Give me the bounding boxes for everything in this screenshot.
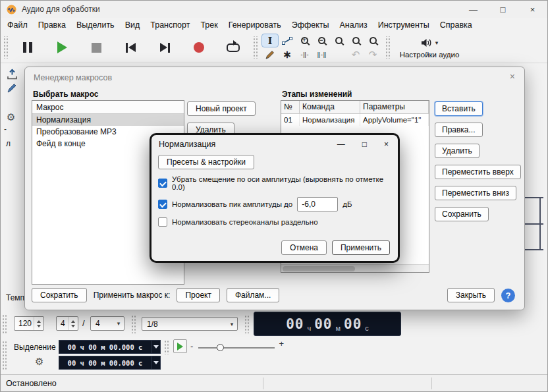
skip-to-end-icon [160, 43, 170, 53]
menu-item-help[interactable]: Справка [435, 20, 478, 30]
move-up-button[interactable]: Переместить вверх [435, 165, 521, 179]
shrink-button[interactable]: Сократить [32, 288, 87, 302]
close-dialog-button[interactable]: Закрыть [447, 288, 495, 302]
loop-button[interactable] [220, 35, 246, 60]
play-button[interactable] [49, 35, 75, 60]
move-down-button[interactable]: Переместить вниз [435, 186, 516, 200]
stop-button[interactable] [83, 35, 109, 60]
toolbar-grip[interactable] [2, 314, 7, 334]
toolbar-grip[interactable] [131, 315, 136, 333]
steps-col-command[interactable]: Команда [300, 101, 360, 113]
silence-audio-button[interactable]: -‖- [296, 48, 312, 61]
slider-track[interactable] [198, 347, 275, 349]
menu-item-file[interactable]: Файл [2, 20, 33, 30]
menu-item-view[interactable]: Вид [120, 20, 146, 30]
apply-to-files-button[interactable]: Файлам... [227, 288, 279, 302]
slider-thumb[interactable] [217, 344, 224, 351]
toolbar-grip[interactable] [244, 315, 249, 333]
time-display[interactable]: 00 ч 00 м 00 с [254, 312, 401, 336]
steps-col-params[interactable]: Параметры [360, 101, 429, 113]
audio-settings-button[interactable]: ▾ Настройки аудио [395, 36, 464, 59]
toolbar-grip[interactable] [385, 36, 390, 59]
selection-settings-gear-icon[interactable]: ⚙ [35, 356, 43, 368]
cancel-button[interactable]: Отмена [281, 240, 327, 255]
record-button[interactable] [186, 35, 212, 60]
steps-row[interactable]: 01 Нормализация ApplyVolume="1" [281, 114, 429, 126]
tempo-spinner[interactable]: 120 [14, 316, 44, 331]
spin-arrows-icon[interactable] [68, 317, 78, 330]
menu-item-generate[interactable]: Генерировать [223, 20, 287, 30]
scrollbar-thumb[interactable] [283, 266, 355, 271]
toolbar-grip[interactable] [253, 36, 258, 59]
import-icon[interactable] [7, 69, 18, 82]
redo-icon: ↷ [369, 49, 377, 61]
new-macro-button[interactable]: Новый проект [187, 101, 256, 116]
peak-db-input[interactable] [297, 197, 338, 211]
steps-horizontal-scrollbar[interactable] [281, 264, 429, 272]
redo-button[interactable]: ↷ [365, 48, 381, 61]
maximize-button[interactable]: □ [362, 140, 367, 149]
dc-offset-checkbox[interactable] [158, 179, 167, 188]
maximize-button[interactable]: □ [488, 1, 518, 18]
envelope-tool-button[interactable] [279, 34, 295, 47]
draw-tool-button[interactable] [262, 48, 278, 61]
play-speed-slider[interactable]: - + [190, 338, 284, 355]
zoom-in-button[interactable]: + [296, 34, 312, 47]
macro-list-item[interactable]: Нормализация [32, 114, 184, 126]
menu-item-select[interactable]: Выделить [71, 20, 120, 30]
trim-audio-button[interactable]: ‖-‖ [314, 48, 329, 61]
toolbar-grip[interactable] [2, 341, 7, 370]
slider-plus-label: + [279, 339, 284, 349]
close-button[interactable]: × [384, 140, 389, 149]
zoom-toggle-button[interactable] [365, 34, 381, 47]
macro-list-header[interactable]: Макрос [32, 101, 184, 114]
minimize-button[interactable]: — [458, 1, 488, 18]
skip-to-start-button[interactable] [117, 35, 144, 60]
save-button[interactable]: Сохранить [435, 207, 489, 221]
close-button[interactable]: × [518, 1, 547, 18]
dropdown-arrow-icon[interactable] [151, 341, 160, 353]
draw-fragment-icon[interactable] [7, 83, 17, 96]
help-button[interactable]: ? [501, 289, 515, 302]
spin-arrows-icon[interactable] [34, 317, 43, 330]
zoom-selection-button[interactable] [331, 34, 346, 47]
apply-button[interactable]: Применить [332, 240, 390, 255]
dialog-close-icon[interactable]: × [510, 71, 515, 82]
play-at-speed-button[interactable] [173, 339, 187, 353]
menu-item-effects[interactable]: Эффекты [287, 20, 335, 30]
menu-item-edit[interactable]: Правка [33, 20, 71, 30]
zoom-out-button[interactable]: − [314, 34, 329, 47]
edit-step-button[interactable]: Правка... [435, 123, 483, 137]
undo-button[interactable]: ↶ [348, 48, 364, 61]
zoom-fit-button[interactable] [348, 34, 364, 47]
chevron-down-icon: ▾ [113, 320, 124, 327]
gear-icon[interactable]: ⚙ [7, 111, 15, 123]
skip-to-end-button[interactable] [151, 35, 178, 60]
pause-button[interactable] [14, 35, 41, 60]
insert-step-button[interactable]: Вставить [435, 101, 483, 116]
ibeam-icon: I [268, 36, 273, 46]
peak-amplitude-checkbox[interactable] [158, 200, 167, 209]
denominator-combo[interactable]: 4 ▾ [90, 316, 124, 331]
menu-item-tools[interactable]: Инструменты [373, 20, 435, 30]
snapping-combo[interactable]: 1/8 ▾ [142, 317, 238, 331]
stereo-independent-checkbox[interactable] [158, 217, 167, 227]
selection-end-field[interactable]: 00 ч 00 м 00.000 с [59, 356, 161, 370]
delete-step-button[interactable]: Удалить [435, 144, 480, 158]
apply-to-project-button[interactable]: Проект [177, 288, 220, 302]
multi-tool-button[interactable]: ∗ [279, 48, 295, 61]
menu-item-transport[interactable]: Транспорт [145, 20, 195, 30]
menu-item-analyze[interactable]: Анализ [335, 20, 373, 30]
beats-spinner[interactable]: 4 [56, 316, 78, 331]
minimize-button[interactable]: — [337, 140, 345, 149]
selection-start-field[interactable]: 00 ч 00 м 00.000 с [59, 340, 161, 354]
steps-col-num[interactable]: № [281, 101, 300, 113]
dropdown-arrow-icon[interactable] [151, 356, 160, 369]
toolbar-grip[interactable] [164, 340, 169, 354]
audio-settings-label: Настройки аудио [400, 51, 460, 59]
selection-tool-button[interactable]: I [262, 34, 278, 47]
toolbar-grip[interactable] [3, 36, 8, 59]
skip-to-start-icon [126, 43, 136, 53]
menu-item-track[interactable]: Трек [195, 20, 223, 30]
presets-settings-button[interactable]: Пресеты & настройки [158, 155, 254, 169]
